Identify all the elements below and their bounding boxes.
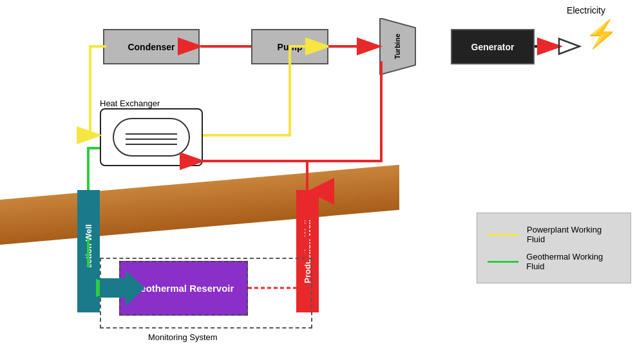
green-line-he-to-injection [88,148,100,190]
monitoring-system-label: Monitoring System [148,332,218,342]
injection-well: Injection Well [77,190,100,312]
legend-label-geothermal: Geothermal Working Fluid [526,252,620,271]
legend-item-geothermal: Geothermal Working Fluid [488,252,620,271]
generator-label: Generator [471,42,515,52]
generator-box: Generator [451,29,535,64]
heat-exchanger-label: Heat Exchanger [100,99,160,108]
lightning-icon: ⚡ [585,18,618,50]
he-line-2 [126,138,177,140]
legend-line-geothermal [488,261,518,263]
he-line-3 [126,144,177,145]
turbine-box: Turbine [377,18,419,75]
injection-well-label: Injection Well [84,224,93,278]
legend-label-powerplant: Powerplant Working Fluid [527,225,620,244]
pump-label: Pump [278,42,303,52]
red-line-he-to-turbine-path [307,74,381,161]
electricity-label: Electricity [567,5,605,15]
generator-hollow-arrow [559,39,580,54]
legend-line-powerplant [488,234,519,236]
svg-text:Turbine: Turbine [393,33,401,59]
geothermal-reservoir-label: Geothermal Reservoir [133,283,234,294]
red-line-turbine-to-he [203,61,381,161]
condenser-box: Condenser [103,29,200,64]
he-line-1 [126,133,177,135]
geothermal-reservoir-box: Geothermal Reservoir [119,261,248,316]
heat-exchanger-box [100,108,203,166]
pump-box: Pump [251,29,328,64]
heat-exchanger-inner [113,118,190,157]
condenser-label: Condenser [128,42,175,52]
legend-item-powerplant: Powerplant Working Fluid [488,225,620,244]
ground-layer [0,165,399,245]
legend-box: Powerplant Working Fluid Geothermal Work… [477,213,631,283]
diagram: Condenser Pump Turbine Generator Heat Ex… [0,0,644,353]
